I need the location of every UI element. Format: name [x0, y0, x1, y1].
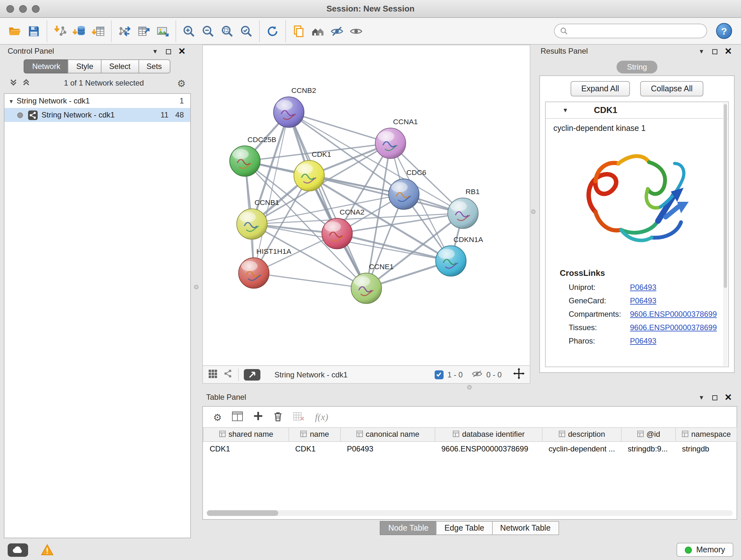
gene-section-header[interactable]: ▾ CDK1	[546, 102, 728, 119]
crosslink-link[interactable]: 9606.ENSP00000378699	[630, 309, 717, 318]
open-session-button[interactable]	[5, 20, 24, 42]
node-CDKN1A[interactable]: CDKN1A	[435, 235, 483, 276]
scrollbar-thumb[interactable]	[207, 510, 278, 516]
delete-column-trash-icon[interactable]	[273, 411, 283, 423]
edge-CCNB2-CCNE1[interactable]	[289, 112, 366, 288]
apply-layout-button[interactable]	[263, 20, 282, 42]
memory-button[interactable]: Memory	[677, 543, 733, 557]
show-graphics-details-button[interactable]	[347, 20, 366, 42]
tab-sets[interactable]: Sets	[138, 59, 170, 73]
panel-float-icon[interactable]	[710, 47, 720, 56]
collapse-all-icon[interactable]	[9, 78, 18, 88]
zoom-out-button[interactable]	[199, 20, 218, 42]
column-header-description[interactable]: description	[542, 428, 621, 442]
eye-icon	[349, 24, 363, 38]
detach-view-button[interactable]	[244, 369, 260, 380]
crosslink-link[interactable]: P06493	[630, 336, 657, 345]
birdseye-view-icon[interactable]	[223, 368, 233, 381]
warnings-button[interactable]	[41, 544, 54, 556]
table-cell[interactable]: 9606.ENSP00000378699	[435, 442, 542, 455]
left-splitter-handle[interactable]	[194, 285, 199, 289]
network-graph[interactable]: CCNB2CCNA1CDC25BCDK1CDC6RB1CCNB1CCNA2CDK…	[203, 45, 530, 365]
network-row[interactable]: String Network - cdk1 11 48	[4, 108, 190, 122]
panel-menu-icon[interactable]: ▾	[150, 47, 160, 56]
tab-select[interactable]: Select	[101, 59, 139, 73]
edge-HIST1H1A-CCNE1[interactable]	[254, 273, 366, 288]
cloud-button[interactable]	[8, 543, 28, 557]
edge-CCNB2-CCNA1[interactable]	[289, 112, 391, 143]
grid-view-icon[interactable]	[208, 369, 218, 380]
node-CCNA1[interactable]: CCNA1	[375, 118, 418, 159]
panel-close-icon[interactable]: ✕	[723, 393, 733, 401]
gear-icon[interactable]: ⚙	[177, 78, 186, 88]
node-CCNB1[interactable]: CCNB1	[237, 198, 279, 240]
horizontal-scrollbar[interactable]	[207, 510, 733, 516]
zoom-in-button[interactable]	[179, 20, 199, 42]
table-settings-gear-icon[interactable]: ⚙	[213, 412, 222, 422]
table-row[interactable]: CDK1CDK1P064939606.ENSP00000378699cyclin…	[203, 442, 737, 455]
column-header-canonical-name[interactable]: canonical name	[340, 428, 435, 442]
tab-node-table[interactable]: Node Table	[380, 521, 437, 535]
panel-float-icon[interactable]	[710, 393, 720, 401]
network-selection-row: 1 of 1 Network selected ⚙	[4, 75, 191, 91]
panel-float-icon[interactable]	[163, 47, 174, 56]
column-header-shared-name[interactable]: shared name	[203, 428, 289, 442]
panel-close-icon[interactable]: ✕	[723, 47, 733, 56]
crosslink-link[interactable]: 9606.ENSP00000378699	[630, 323, 717, 332]
network-collection-row[interactable]: ▾ String Network - cdk1 1	[4, 94, 190, 108]
selected-items-icon[interactable]	[434, 370, 444, 379]
node-HIST1H1A[interactable]: HIST1H1A	[239, 247, 292, 288]
first-neighbors-button[interactable]	[308, 20, 327, 42]
crosslink-link[interactable]: P06493	[630, 296, 657, 305]
export-image-button[interactable]	[153, 20, 172, 42]
import-network-database-button[interactable]	[70, 20, 89, 42]
expand-all-icon[interactable]	[22, 78, 30, 88]
export-table-button[interactable]	[134, 20, 153, 42]
node-RB1[interactable]: RB1	[448, 187, 480, 229]
panel-close-icon[interactable]: ✕	[177, 47, 187, 56]
hidden-items-icon[interactable]	[472, 369, 482, 380]
search-input[interactable]	[554, 23, 707, 38]
crosslink-row: GeneCard:P06493	[546, 294, 728, 307]
node-CCNB2[interactable]: CCNB2	[273, 86, 316, 127]
tab-edge-table[interactable]: Edge Table	[436, 521, 493, 535]
table-cell[interactable]: cyclin-dependent ...	[542, 442, 621, 455]
import-table-button[interactable]	[89, 20, 108, 42]
crosslink-link[interactable]: P06493	[630, 283, 657, 292]
tab-network[interactable]: Network	[24, 59, 69, 73]
create-column-plus-icon[interactable]	[254, 411, 263, 423]
right-splitter-handle[interactable]	[531, 209, 536, 214]
tab-style[interactable]: Style	[68, 59, 102, 73]
help-button[interactable]: ?	[716, 23, 732, 39]
pan-crosshair-icon[interactable]	[513, 368, 525, 381]
table-cell[interactable]: P06493	[340, 442, 435, 455]
save-session-button[interactable]	[24, 20, 44, 42]
column-header-namespace[interactable]: namespace	[676, 428, 737, 442]
table-cell[interactable]: stringdb	[676, 442, 737, 455]
hide-selected-button[interactable]	[327, 20, 347, 42]
panel-menu-icon[interactable]: ▾	[696, 393, 706, 401]
column-header--id[interactable]: @id	[621, 428, 676, 442]
disclosure-triangle-icon[interactable]: ▾	[10, 98, 13, 105]
fit-content-button[interactable]	[218, 20, 237, 42]
tab-string[interactable]: String	[617, 61, 657, 73]
column-header-name[interactable]: name	[289, 428, 340, 442]
network-canvas[interactable]: CCNB2CCNA1CDC25BCDK1CDC6RB1CCNB1CCNA2CDK…	[203, 45, 530, 365]
results-scrollbar[interactable]	[723, 103, 728, 366]
column-header-database-identifier[interactable]: database identifier	[435, 428, 542, 442]
tab-network-table[interactable]: Network Table	[492, 521, 559, 535]
table-cell[interactable]: CDK1	[289, 442, 340, 455]
table-cell[interactable]: stringdb:9...	[621, 442, 676, 455]
import-network-file-button[interactable]	[51, 20, 70, 42]
collapse-all-button[interactable]: Collapse All	[640, 81, 704, 97]
bottom-splitter-handle[interactable]	[467, 385, 472, 389]
duplicate-page-button[interactable]	[289, 20, 308, 42]
expand-all-button[interactable]: Expand All	[570, 81, 630, 97]
zoom-selected-button[interactable]	[237, 20, 256, 42]
show-columns-icon[interactable]	[232, 411, 244, 423]
table-cell[interactable]: CDK1	[203, 442, 289, 455]
collapse-section-icon[interactable]: ▾	[563, 106, 567, 114]
function-builder-icon[interactable]: f(x)	[315, 412, 328, 422]
export-network-button[interactable]	[115, 20, 134, 42]
panel-menu-icon[interactable]: ▾	[696, 47, 706, 56]
